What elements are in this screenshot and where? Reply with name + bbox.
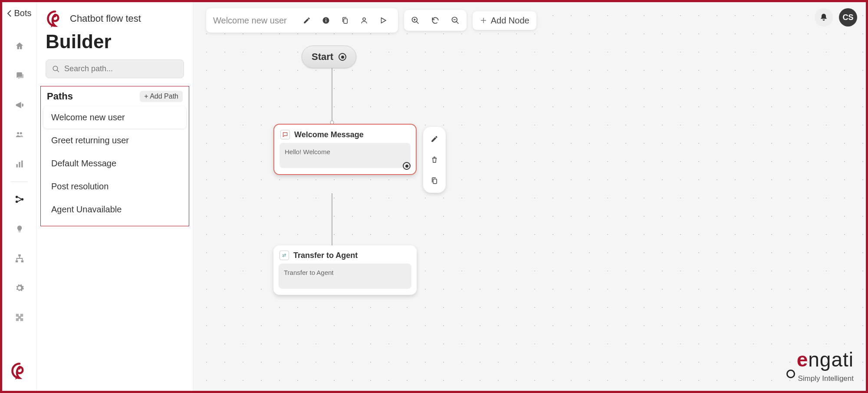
flow-icon[interactable] — [13, 193, 26, 205]
megaphone-icon[interactable] — [13, 99, 26, 111]
add-node-label: Add Node — [491, 16, 529, 26]
node-title: Welcome Message — [294, 130, 364, 139]
svg-rect-14 — [326, 20, 326, 22]
node-action-toolbar — [423, 127, 446, 193]
puzzle-icon[interactable] — [13, 311, 26, 324]
svg-rect-9 — [15, 261, 18, 263]
node-delete-button[interactable] — [427, 152, 442, 168]
svg-rect-3 — [19, 162, 20, 168]
hierarchy-icon[interactable] — [13, 252, 26, 264]
brand-ring-icon — [786, 370, 795, 378]
svg-marker-18 — [381, 18, 386, 23]
plus-icon — [480, 17, 487, 24]
brand-e: e — [797, 348, 809, 371]
zoom-out-icon[interactable] — [447, 13, 463, 28]
node-welcome-message[interactable]: Welcome Message Hello! Welcome — [273, 124, 417, 175]
add-node-button[interactable]: Add Node — [473, 11, 536, 30]
start-out-port-icon[interactable] — [339, 53, 346, 61]
connector-lines — [193, 2, 866, 393]
svg-line-12 — [57, 70, 59, 72]
user-icon[interactable] — [356, 13, 372, 28]
message-node-icon — [280, 130, 290, 139]
zoom-in-icon[interactable] — [408, 13, 423, 28]
start-label: Start — [312, 51, 333, 63]
play-icon[interactable] — [375, 13, 391, 28]
users-icon[interactable] — [13, 129, 26, 141]
node-body: Transfer to Agent — [279, 264, 411, 289]
node-copy-button[interactable] — [427, 173, 442, 188]
paths-title: Paths — [47, 91, 73, 102]
svg-point-15 — [326, 18, 326, 19]
svg-point-0 — [17, 132, 19, 134]
engati-logo-icon — [10, 361, 29, 382]
svg-rect-8 — [18, 254, 21, 257]
svg-point-6 — [15, 201, 18, 203]
svg-rect-10 — [21, 261, 23, 263]
path-item-agent-unavailable[interactable]: Agent Unavailable — [43, 198, 186, 221]
svg-rect-4 — [21, 161, 23, 168]
add-path-button[interactable]: + Add Path — [140, 91, 183, 102]
path-item-welcome-new-user[interactable]: Welcome new user — [43, 106, 186, 129]
analytics-icon[interactable] — [13, 158, 26, 170]
zoom-toolbar — [404, 10, 467, 31]
current-path-title: Welcome new user — [213, 16, 296, 26]
left-rail: Bots — [2, 2, 37, 391]
info-icon[interactable] — [318, 13, 334, 28]
brand-tagline: Simply Intelligent — [798, 374, 854, 383]
chat-icon[interactable] — [13, 69, 26, 82]
svg-line-20 — [416, 22, 418, 24]
bell-icon — [819, 13, 828, 22]
paths-panel: Paths + Add Path Welcome new user Greet … — [40, 86, 189, 226]
transfer-node-icon — [279, 251, 289, 260]
edit-icon[interactable] — [299, 13, 315, 28]
svg-point-7 — [21, 198, 23, 201]
back-bots-label: Bots — [14, 8, 31, 18]
node-title: Transfer to Agent — [293, 251, 358, 260]
svg-point-17 — [363, 18, 365, 20]
notifications-button[interactable] — [815, 8, 833, 26]
search-input[interactable] — [64, 64, 178, 73]
svg-rect-16 — [344, 19, 347, 23]
search-icon — [52, 65, 60, 73]
brand-rest: ngati — [808, 348, 854, 371]
path-item-default-message[interactable]: Default Message — [43, 152, 186, 175]
svg-point-5 — [15, 196, 18, 198]
svg-point-11 — [53, 66, 58, 71]
node-body: Hello! Welcome — [279, 143, 411, 168]
path-item-post-resolution[interactable]: Post resolution — [43, 175, 186, 198]
canvas[interactable]: Welcome new user Add Node CS — [193, 2, 866, 391]
page-title: Builder — [37, 28, 193, 59]
node-edit-button[interactable] — [427, 131, 442, 147]
svg-rect-2 — [16, 164, 17, 168]
gear-icon[interactable] — [13, 282, 26, 294]
back-bots-button[interactable]: Bots — [7, 8, 31, 18]
svg-rect-29 — [433, 179, 437, 184]
node-transfer-to-agent[interactable]: Transfer to Agent Transfer to Agent — [273, 245, 417, 295]
lightbulb-icon[interactable] — [13, 223, 26, 235]
path-toolbar: Welcome new user — [206, 8, 398, 33]
path-item-greet-returning-user[interactable]: Greet returning user — [43, 129, 186, 152]
side-panel: Chatbot flow test Builder Paths + Add Pa… — [37, 2, 193, 391]
flow-name: Chatbot flow test — [70, 13, 141, 24]
home-icon[interactable] — [13, 40, 26, 52]
search-input-container[interactable] — [46, 59, 184, 78]
start-node[interactable]: Start — [302, 46, 356, 68]
node-out-port-icon[interactable] — [403, 162, 411, 170]
svg-line-24 — [456, 22, 458, 24]
engati-small-logo-icon — [46, 9, 65, 28]
svg-point-1 — [20, 132, 22, 134]
reset-icon[interactable] — [427, 13, 443, 28]
avatar[interactable]: CS — [839, 8, 857, 26]
engati-brand: engati Simply Intelligent — [786, 348, 854, 383]
copy-icon[interactable] — [337, 13, 353, 28]
